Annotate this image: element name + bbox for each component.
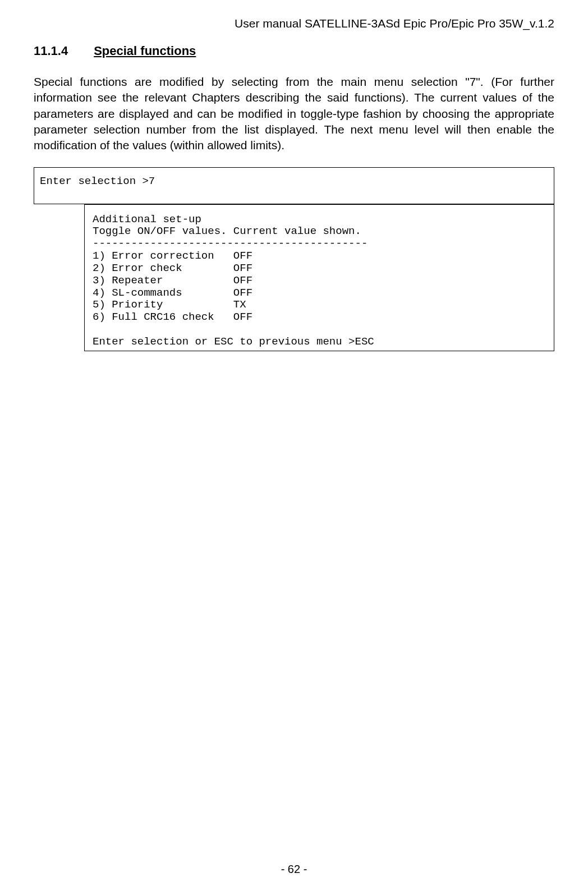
terminal-inner-box: Additional set-up Toggle ON/OFF values. … [84, 204, 554, 351]
terminal-outer-box: Enter selection >7 [34, 167, 554, 204]
terminal-item: 3) Repeater OFF [93, 274, 252, 287]
running-header: User manual SATELLINE-3ASd Epic Pro/Epic… [34, 17, 554, 30]
section-number: 11.1.4 [34, 44, 68, 58]
terminal-divider: ----------------------------------------… [93, 237, 368, 250]
page-number: - 62 - [0, 863, 588, 876]
terminal-inner-subtitle: Toggle ON/OFF values. Current value show… [93, 225, 361, 237]
terminal-inner-title: Additional set-up [93, 213, 201, 226]
terminal-item: 4) SL-commands OFF [93, 287, 252, 299]
body-paragraph: Special functions are modified by select… [34, 74, 554, 154]
terminal-item: 2) Error check OFF [93, 262, 252, 274]
page: User manual SATELLINE-3ASd Epic Pro/Epic… [0, 0, 588, 896]
terminal-item: 5) Priority TX [93, 298, 246, 311]
terminal-footer-prompt: Enter selection or ESC to previous menu … [93, 336, 374, 348]
terminal-item: 1) Error correction OFF [93, 250, 252, 262]
section-heading: 11.1.4Special functions [34, 44, 554, 58]
terminal-outer-prompt: Enter selection >7 [40, 175, 155, 187]
section-title: Special functions [94, 44, 196, 58]
terminal-item: 6) Full CRC16 check OFF [93, 311, 252, 323]
